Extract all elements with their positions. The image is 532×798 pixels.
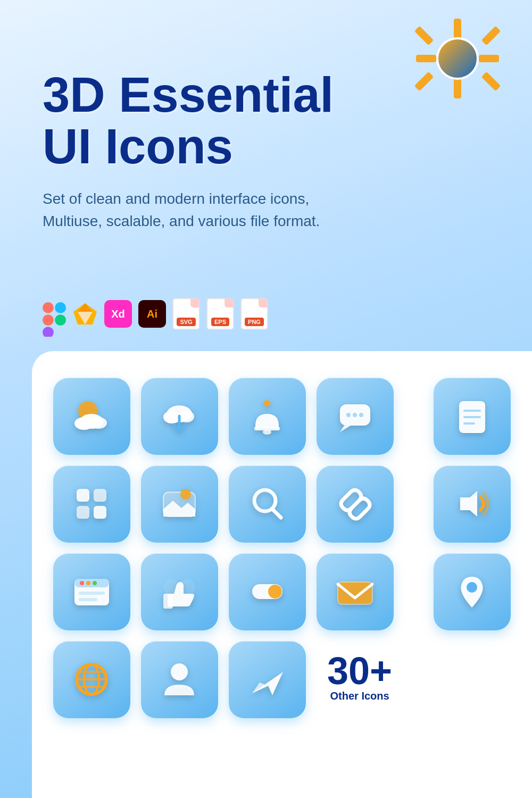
eps-label: EPS xyxy=(211,318,229,326)
xd-badge: Xd xyxy=(104,300,132,328)
png-file-badge: PNG xyxy=(240,298,268,330)
svg-rect-2 xyxy=(43,314,54,326)
notification-icon-cell xyxy=(229,378,306,455)
sun-icon xyxy=(415,16,500,101)
toggle-icon-cell xyxy=(229,553,306,630)
svg-point-20 xyxy=(263,429,271,435)
send-icon-cell xyxy=(229,641,306,718)
chat-icon-cell xyxy=(317,378,394,455)
ai-badge: Ai xyxy=(138,300,166,328)
svg-rect-47 xyxy=(163,594,173,609)
svg-file-badge: SVG xyxy=(172,298,200,330)
svg-point-42 xyxy=(80,581,84,585)
more-icons-cell: 30+ Other Icons xyxy=(317,641,423,718)
more-text: 30+ Other Icons xyxy=(322,646,397,708)
sketch-icon xyxy=(72,302,98,326)
title-area: 3D Essential UI Icons Set of clean and m… xyxy=(43,69,426,232)
eps-file-badge: EPS xyxy=(206,298,234,330)
document-icon-cell xyxy=(434,378,511,455)
location-icon-cell xyxy=(434,553,511,630)
svg-rect-33 xyxy=(94,506,106,519)
like-icon-cell xyxy=(141,553,218,630)
mail-icon-cell xyxy=(317,553,394,630)
svg-point-13 xyxy=(90,417,107,429)
svg-point-49 xyxy=(268,585,282,598)
figma-icon xyxy=(43,302,66,326)
svg-rect-0 xyxy=(43,302,54,313)
user-icon-cell xyxy=(141,641,218,718)
svg-point-23 xyxy=(353,413,357,417)
svg-rect-1 xyxy=(55,302,66,313)
svg-rect-31 xyxy=(94,489,106,502)
page-title: 3D Essential UI Icons xyxy=(43,69,426,172)
more-label: Other Icons xyxy=(330,690,389,702)
search-icon-cell xyxy=(229,466,306,543)
svg-marker-39 xyxy=(460,491,477,517)
svg-marker-25 xyxy=(340,426,351,432)
link-icon-cell xyxy=(317,466,394,543)
page-subtitle: Set of clean and modern interface icons,… xyxy=(43,188,426,232)
icon-grid: 30+ Other Icons xyxy=(53,378,489,718)
svg-rect-4 xyxy=(43,327,54,337)
svg-line-38 xyxy=(272,509,281,518)
svg-rect-32 xyxy=(77,506,89,519)
svg-point-24 xyxy=(359,413,363,417)
svg-rect-3 xyxy=(55,314,66,326)
weather-icon-cell xyxy=(53,378,130,455)
cloud-download-icon-cell xyxy=(141,378,218,455)
icon-panel: 30+ Other Icons xyxy=(32,351,532,798)
volume-icon-cell xyxy=(434,466,511,543)
svg-rect-50 xyxy=(338,582,372,604)
svg-rect-30 xyxy=(77,489,89,502)
svg-rect-41 xyxy=(74,579,109,587)
svg-point-52 xyxy=(467,582,477,593)
svg-marker-60 xyxy=(252,672,283,695)
gallery-icon-cell xyxy=(141,466,218,543)
svg-point-36 xyxy=(180,489,191,500)
svg-rect-46 xyxy=(79,598,97,601)
svg-rect-45 xyxy=(79,592,105,595)
svg-point-43 xyxy=(86,581,90,585)
png-label: PNG xyxy=(245,318,264,326)
svg-point-44 xyxy=(93,581,97,585)
browser-icon-cell xyxy=(53,553,130,630)
svg-point-59 xyxy=(171,663,188,680)
svg-point-16 xyxy=(179,411,194,422)
svg-point-18 xyxy=(264,400,270,406)
svg-point-15 xyxy=(163,411,180,423)
globe-icon-cell xyxy=(53,641,130,718)
svg-point-22 xyxy=(346,413,351,417)
sun-decoration xyxy=(415,16,500,101)
more-count: 30+ xyxy=(327,652,392,690)
formats-row: Xd Ai SVG EPS PNG xyxy=(43,298,268,330)
svg-label: SVG xyxy=(177,318,195,326)
dashboard-icon-cell xyxy=(53,466,130,543)
